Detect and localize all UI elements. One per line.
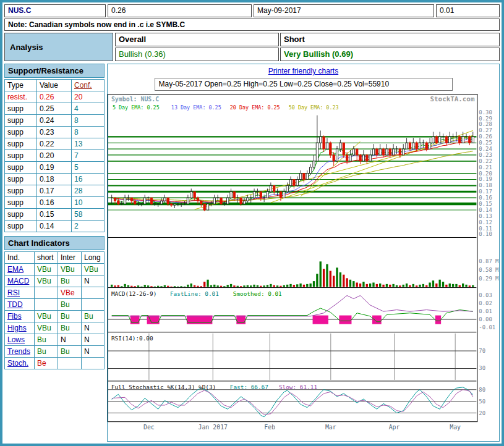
- svg-text:70: 70: [479, 348, 485, 354]
- indicator-inter-cell: VBu: [58, 264, 82, 276]
- svg-text:0.22: 0.22: [479, 158, 492, 164]
- indicator-inter-cell: Bu: [58, 299, 82, 311]
- svg-text:0.15: 0.15: [479, 201, 492, 207]
- svg-text:0.17: 0.17: [479, 188, 492, 195]
- analysis-short-value: Very Bullish (0.69): [280, 48, 500, 61]
- svg-text:0.13: 0.13: [479, 213, 492, 219]
- indicator-row: EMAVBuVBuVBu: [5, 264, 105, 276]
- indicator-link-trends[interactable]: Trends: [7, 347, 30, 356]
- note-bar: Note: Canadian symbols now end in .c i.e…: [4, 19, 500, 31]
- chart-header-texts: Symbol: NUS.CStockTA.com5 Day EMA: 0.251…: [111, 95, 475, 111]
- svg-text:0.10: 0.10: [479, 231, 492, 237]
- svg-text:50 Day EMA: 0.23: 50 Day EMA: 0.23: [289, 104, 339, 111]
- indicator-short-cell: VBu: [35, 322, 58, 334]
- volume-pane: [111, 261, 474, 287]
- sr-conf-cell: 7: [72, 150, 105, 162]
- svg-text:0.30: 0.30: [479, 109, 492, 116]
- svg-text:0.29: 0.29: [479, 116, 492, 122]
- indicator-link-rsi[interactable]: RSI: [7, 288, 20, 297]
- svg-text:Full Stochastic %K(14,3) %D(3): Full Stochastic %K(14,3) %D(3): [111, 384, 216, 390]
- sr-value-cell: 0.17: [37, 185, 72, 197]
- indicator-link-stoch[interactable]: Stoch.: [7, 359, 28, 368]
- printer-friendly-link[interactable]: Printer friendly charts: [268, 67, 338, 75]
- svg-text:0.16: 0.16: [479, 195, 492, 201]
- svg-text:Symbol: NUS.C: Symbol: NUS.C: [111, 96, 159, 103]
- indicator-link-lows[interactable]: Lows: [7, 335, 25, 344]
- svg-text:May: May: [450, 424, 461, 431]
- svg-text:20: 20: [479, 410, 485, 416]
- svg-text:Slow: 61.11: Slow: 61.11: [279, 384, 317, 390]
- ind-short-header: short: [35, 252, 58, 264]
- sr-conf-cell: 20: [72, 91, 105, 103]
- stockta-page: NUS.C 0.26 May-09-2017 0.01 Note: Canadi…: [0, 0, 504, 446]
- sr-conf-cell: 5: [72, 162, 105, 174]
- sr-type-cell: supp: [5, 103, 37, 115]
- indicator-name-cell: Fibs: [5, 311, 35, 322]
- sr-value-cell: 0.24: [37, 115, 72, 127]
- main-row: Support/Resistance Type Value Conf. resi…: [4, 64, 500, 442]
- sr-conf-cell: 8: [72, 127, 105, 138]
- sr-value-cell: 0.19: [37, 162, 72, 174]
- sr-type-cell: supp: [5, 221, 37, 232]
- support-resistance-header: Support/Resistance: [4, 64, 105, 78]
- sr-conf-cell: 13: [72, 138, 105, 150]
- sr-row: supp0.195: [5, 162, 105, 174]
- indicator-link-macd[interactable]: MACD: [7, 277, 29, 285]
- sr-conf-cell: 58: [72, 209, 105, 221]
- price-pane: [108, 116, 476, 211]
- analysis-label: Analysis: [4, 33, 113, 61]
- indicator-inter-cell: N: [58, 334, 82, 346]
- ind-inter-header: Inter: [58, 252, 82, 264]
- price-cell: 0.26: [108, 4, 252, 17]
- sr-conf-cell: 28: [72, 185, 105, 197]
- analysis-grid: Overall Short Bullish (0.36) Very Bullis…: [115, 33, 500, 61]
- svg-text:Fast: 66.67: Fast: 66.67: [230, 384, 268, 390]
- sr-conf-cell: 16: [72, 174, 105, 185]
- indicator-link-highs[interactable]: Highs: [7, 324, 27, 332]
- svg-text:80: 80: [479, 387, 485, 393]
- chart-indicators-table: Ind. short Inter Long EMAVBuVBuVBuMACDVB…: [4, 251, 105, 369]
- svg-text:0.29 M: 0.29 M: [479, 276, 498, 282]
- svg-text:0.26: 0.26: [479, 133, 492, 140]
- sr-row: resist.0.2620: [5, 91, 105, 103]
- sr-type-cell: supp: [5, 185, 37, 197]
- analysis-overall-header: Overall: [115, 33, 279, 46]
- sr-conf-header[interactable]: Conf.: [72, 80, 105, 91]
- sr-type-cell: supp: [5, 197, 37, 209]
- sr-type-cell: supp: [5, 162, 37, 174]
- ohlc-summary: May-05-2017 Open=0.25 High=0.25 Low=0.25…: [155, 78, 453, 91]
- svg-text:0.01: 0.01: [479, 308, 492, 314]
- ind-name-header: Ind.: [5, 252, 35, 264]
- sr-row: supp0.142: [5, 221, 105, 232]
- indicator-link-ema[interactable]: EMA: [7, 265, 23, 274]
- sr-conf-cell: 8: [72, 115, 105, 127]
- indicator-row: HighsVBuBuN: [5, 322, 105, 334]
- indicator-link-tdd[interactable]: TDD: [7, 300, 23, 309]
- printer-friendly-row: Printer friendly charts: [108, 67, 499, 75]
- indicator-name-cell: Highs: [5, 322, 35, 334]
- chart-column: Printer friendly charts May-05-2017 Open…: [107, 64, 500, 442]
- sr-value-header: Value: [37, 80, 72, 91]
- sr-type-cell: supp: [5, 127, 37, 138]
- sr-value-cell: 0.18: [37, 174, 72, 185]
- analysis-short-header: Short: [280, 33, 500, 46]
- sr-value-cell: 0.16: [37, 197, 72, 209]
- sr-row: supp0.1610: [5, 197, 105, 209]
- indicator-row: MACDVBuBuN: [5, 276, 105, 287]
- sr-value-cell: 0.14: [37, 221, 72, 232]
- indicator-long-cell: [82, 358, 105, 369]
- indicator-link-fibs[interactable]: Fibs: [7, 312, 22, 321]
- sr-value-cell: 0.23: [37, 127, 72, 138]
- svg-text:Mar: Mar: [325, 424, 336, 431]
- sr-conf-cell: 2: [72, 221, 105, 232]
- sr-conf-cell: 4: [72, 103, 105, 115]
- sr-row: supp0.254: [5, 103, 105, 115]
- macd-pane: MACD(12-26-9)FastLine: 0.01Smoothed: 0.0…: [108, 290, 476, 324]
- svg-text:StockTA.com: StockTA.com: [430, 95, 475, 103]
- analysis-section: Analysis Overall Short Bullish (0.36) Ve…: [4, 33, 500, 61]
- svg-text:0.12: 0.12: [479, 219, 492, 225]
- indicator-short-cell: VBu: [35, 264, 58, 276]
- rsi-pane: RSI(14):0.00: [108, 334, 476, 380]
- indicator-short-cell: VBu: [35, 276, 58, 287]
- indicator-short-cell: [35, 287, 58, 299]
